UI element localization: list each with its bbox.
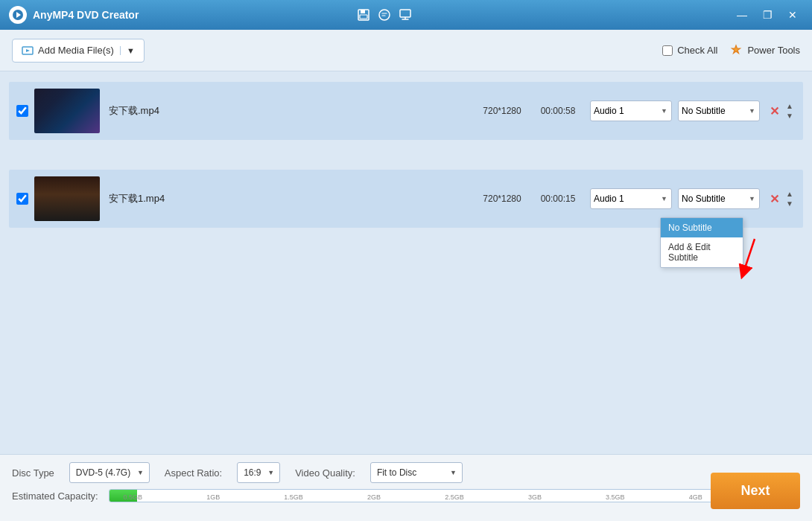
file-checkbox-1[interactable] xyxy=(16,105,28,117)
svg-rect-3 xyxy=(361,10,365,13)
capacity-fill xyxy=(110,490,137,502)
dropdown-item-no-subtitle[interactable]: No Subtitle xyxy=(661,218,743,237)
file-duration-2: 00:00:15 xyxy=(532,194,584,204)
file-resolution-2: 720*1280 xyxy=(472,194,532,204)
add-media-icon xyxy=(22,45,34,57)
audio-select-2[interactable]: Audio 1 xyxy=(590,188,672,209)
dropdown-item-add-edit[interactable]: Add & Edit Subtitle xyxy=(661,237,743,267)
power-tools-label: Power Tools xyxy=(747,45,800,56)
main-content: 安下载.mp4 720*1280 00:00:58 Audio 1 No Sub… xyxy=(0,71,812,454)
disc-type-select-wrapper: DVD-5 (4.7G) DVD-9 (8.5G) Blu-ray 25G Bl… xyxy=(69,462,150,483)
move-down-1[interactable]: ▼ xyxy=(784,112,796,121)
file-thumbnail-1 xyxy=(34,89,100,133)
restore-button[interactable]: ❐ xyxy=(757,4,778,25)
aspect-ratio-label: Aspect Ratio: xyxy=(165,467,222,479)
tick-1.5gb: 1.5GB xyxy=(284,493,303,501)
audio-select-wrapper-2: Audio 1 xyxy=(590,188,672,209)
tick-2.5gb: 2.5GB xyxy=(445,493,464,501)
svg-rect-4 xyxy=(360,15,367,19)
app-title: AnyMP4 DVD Creator xyxy=(33,9,351,21)
subtitle-select-1[interactable]: No Subtitle Add & Edit Subtitle xyxy=(678,100,760,121)
file-name-1: 安下载.mp4 xyxy=(109,104,472,118)
svg-point-5 xyxy=(379,10,390,20)
aspect-ratio-select-wrapper: 16:9 4:3 xyxy=(237,462,280,483)
check-all-label[interactable]: Check All xyxy=(662,45,717,56)
row-arrows-1: ▲ ▼ xyxy=(784,102,796,121)
audio-select-wrapper-1: Audio 1 xyxy=(590,100,672,121)
svg-marker-8 xyxy=(26,49,30,52)
add-media-label: Add Media File(s) xyxy=(38,45,114,56)
close-button[interactable]: ✕ xyxy=(782,4,803,25)
capacity-label: Estimated Capacity: xyxy=(12,490,101,502)
file-thumbnail-2 xyxy=(34,176,100,221)
add-media-button[interactable]: Add Media File(s) ▼ xyxy=(12,39,145,63)
save-icon[interactable] xyxy=(355,7,372,23)
subtitle-select-wrapper-2: No Subtitle Add & Edit Subtitle xyxy=(678,188,760,209)
thumbnail-image-2 xyxy=(34,176,100,221)
minimize-button[interactable]: — xyxy=(732,4,752,25)
next-button[interactable]: Next xyxy=(711,473,800,509)
thumbnail-image-1 xyxy=(34,89,100,133)
video-quality-label: Video Quality: xyxy=(295,467,355,479)
capacity-row: Estimated Capacity: 0.5GB 1GB 1.5GB 2GB … xyxy=(12,489,800,502)
disc-type-select[interactable]: DVD-5 (4.7G) DVD-9 (8.5G) Blu-ray 25G Bl… xyxy=(69,462,150,483)
subtitle-select-wrapper-1: No Subtitle Add & Edit Subtitle xyxy=(678,100,760,121)
svg-rect-6 xyxy=(400,10,410,17)
titlebar: AnyMP4 DVD Creator — ❐ ✕ xyxy=(0,0,812,30)
disc-type-label: Disc Type xyxy=(12,467,54,479)
add-media-dropdown-arrow[interactable]: ▼ xyxy=(120,46,135,55)
toolbar-right: Check All Power Tools xyxy=(662,44,800,57)
file-row: 安下载.mp4 720*1280 00:00:58 Audio 1 No Sub… xyxy=(9,82,803,140)
subtitle-dropdown: No Subtitle Add & Edit Subtitle xyxy=(660,217,743,268)
move-down-2[interactable]: ▼ xyxy=(784,199,796,208)
remove-button-1[interactable]: ✕ xyxy=(767,104,781,118)
svg-line-10 xyxy=(743,239,755,272)
remove-button-2[interactable]: ✕ xyxy=(767,192,781,206)
check-all-checkbox[interactable] xyxy=(662,45,673,56)
window-controls: — ❐ ✕ xyxy=(732,4,803,25)
tick-3.5gb: 3.5GB xyxy=(606,493,625,501)
feedback-icon[interactable] xyxy=(376,7,393,23)
row-arrows-2: ▲ ▼ xyxy=(784,190,796,208)
next-button-container: Next xyxy=(711,473,800,509)
video-quality-select-wrapper: Fit to Disc High Quality Standard Qualit… xyxy=(370,462,463,483)
aspect-ratio-select[interactable]: 16:9 4:3 xyxy=(237,462,280,483)
video-quality-select[interactable]: Fit to Disc High Quality Standard Qualit… xyxy=(370,462,463,483)
bottom-bar: Disc Type DVD-5 (4.7G) DVD-9 (8.5G) Blu-… xyxy=(0,454,812,521)
file-duration-1: 00:00:58 xyxy=(532,106,584,116)
power-tools-button[interactable]: Power Tools xyxy=(729,44,800,57)
file-name-2: 安下载1.mp4 xyxy=(109,192,472,205)
audio-select-1[interactable]: Audio 1 xyxy=(590,100,672,121)
subtitle-select-2[interactable]: No Subtitle Add & Edit Subtitle xyxy=(678,188,760,209)
tick-4gb: 4GB xyxy=(689,493,702,501)
app-logo xyxy=(9,6,27,24)
tick-2gb: 2GB xyxy=(367,493,381,501)
tick-3gb: 3GB xyxy=(528,493,542,501)
file-checkbox-2[interactable] xyxy=(16,193,28,205)
tick-1gb: 1GB xyxy=(206,493,220,501)
help-icon[interactable] xyxy=(397,7,413,23)
move-up-1[interactable]: ▲ xyxy=(784,102,796,111)
power-tools-icon xyxy=(729,44,743,57)
check-all-text: Check All xyxy=(677,45,717,56)
capacity-progress-bar: 0.5GB 1GB 1.5GB 2GB 2.5GB 3GB 3.5GB 4GB … xyxy=(109,489,800,502)
toolbar: Add Media File(s) ▼ Check All Power Tool… xyxy=(0,30,812,71)
file-resolution-1: 720*1280 xyxy=(472,106,532,116)
bottom-controls: Disc Type DVD-5 (4.7G) DVD-9 (8.5G) Blu-… xyxy=(12,462,800,483)
move-up-2[interactable]: ▲ xyxy=(784,190,796,199)
